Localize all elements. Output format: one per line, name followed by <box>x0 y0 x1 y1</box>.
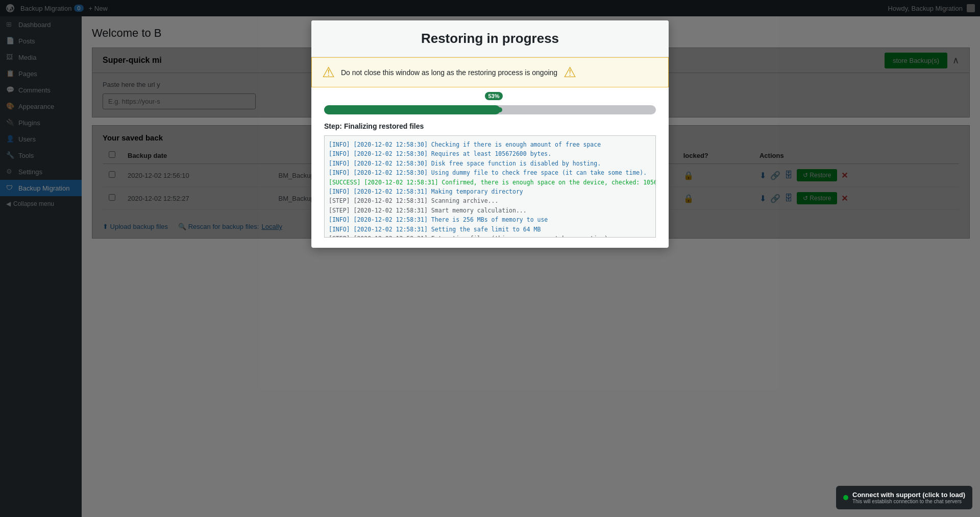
log-line: [SUCCESS] [2020-12-02 12:58:31] Confirme… <box>329 178 651 187</box>
log-line: [INFO] [2020-12-02 12:58:31] Setting the… <box>329 225 651 234</box>
support-sub-text: This will establish connection to the ch… <box>852 499 965 504</box>
progress-bar-background: 53% <box>324 105 656 114</box>
log-area: [INFO] [2020-12-02 12:58:30] Checking if… <box>324 135 656 238</box>
progress-dot <box>497 107 502 112</box>
restoring-modal: Restoring in progress ⚠ Do not close thi… <box>311 20 669 248</box>
modal-warning-banner: ⚠ Do not close this window as long as th… <box>311 57 669 87</box>
modal-title: Restoring in progress <box>324 31 656 46</box>
modal-body: 53% Step: Finalizing restored files [INF… <box>311 87 669 248</box>
support-text-block: Connect with support (click to load) Thi… <box>852 491 965 504</box>
log-line: [STEP] [2020-12-02 12:58:31] Scanning ar… <box>329 196 651 205</box>
progress-container: 53% <box>324 105 656 114</box>
step-label: Step: Finalizing restored files <box>324 122 656 130</box>
support-main-text: Connect with support (click to load) <box>852 491 965 499</box>
support-status-dot <box>843 495 848 500</box>
warning-text: Do not close this window as long as the … <box>341 68 557 77</box>
log-line: [INFO] [2020-12-02 12:58:30] Disk free s… <box>329 159 651 168</box>
warning-icon-right: ⚠ <box>564 64 576 81</box>
log-line: [STEP] [2020-12-02 12:58:31] Extracting … <box>329 234 651 238</box>
log-line: [INFO] [2020-12-02 12:58:31] Making temp… <box>329 187 651 196</box>
log-line: [INFO] [2020-12-02 12:58:30] Checking if… <box>329 140 651 149</box>
progress-label: 53% <box>485 92 502 100</box>
modal-header: Restoring in progress <box>311 20 669 57</box>
support-widget[interactable]: Connect with support (click to load) Thi… <box>836 486 972 509</box>
log-line: [INFO] [2020-12-02 12:58:30] Requires at… <box>329 149 651 158</box>
log-line: [STEP] [2020-12-02 12:58:31] Smart memor… <box>329 206 651 215</box>
log-line: [INFO] [2020-12-02 12:58:30] Using dummy… <box>329 168 651 177</box>
progress-bar-fill: 53% <box>324 105 500 114</box>
log-line: [INFO] [2020-12-02 12:58:31] There is 25… <box>329 215 651 224</box>
warning-icon-left: ⚠ <box>322 64 335 81</box>
modal-overlay: Restoring in progress ⚠ Do not close thi… <box>0 0 980 517</box>
